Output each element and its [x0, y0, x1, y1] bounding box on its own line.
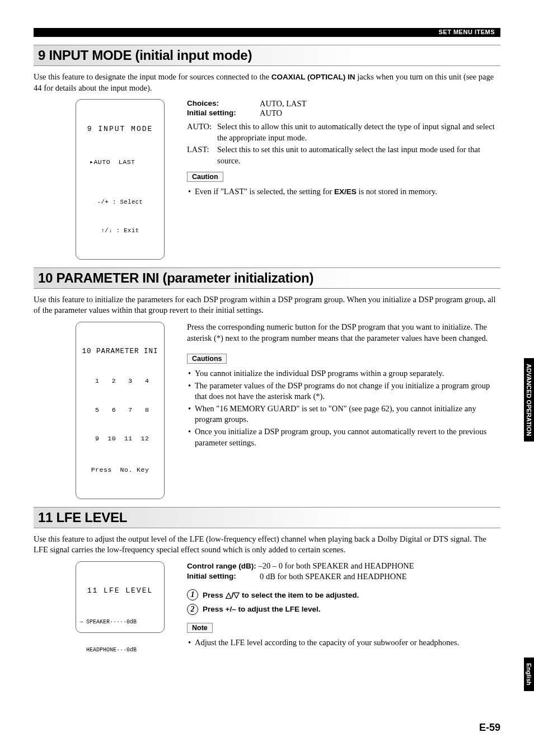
section-10-right: Press the corresponding numeric button f…: [187, 322, 500, 449]
initial-label: Initial setting:: [187, 572, 260, 581]
section-11-intro: Use this feature to adjust the output le…: [34, 534, 500, 556]
kv-row: Initial setting: AUTO: [187, 109, 500, 118]
section-9-intro: Use this feature to designate the input …: [34, 72, 500, 93]
lcd-10: 10 PARAMETER INI 1 2 3 4 5 6 7 8 9 10 11…: [76, 322, 165, 499]
note-bullets: •Adjust the LFE level according to the c…: [188, 637, 500, 649]
lcd-line: 9 10 11 12: [79, 434, 161, 443]
bullet-text: Even if "LAST" is selected, the setting …: [195, 186, 500, 198]
lcd-line: -/+ : Select: [79, 198, 161, 207]
step-1: 1 Press △/▽ to select the item to be adj…: [187, 589, 500, 600]
range-value: –20 – 0 for both SPEAKER and HEADPHONE: [256, 561, 414, 570]
page-num-value: 59: [489, 722, 500, 733]
bullet-row: •Adjust the LFE level according to the c…: [188, 637, 500, 649]
lcd-line: Press No. Key: [79, 463, 161, 475]
step-number-icon: 1: [187, 589, 198, 600]
lcd-line: → SPEAKER·····0dB: [79, 618, 161, 626]
initial-label: Initial setting:: [187, 109, 260, 118]
lcd-line: 11 LFE LEVEL: [79, 585, 161, 599]
bullet-dot: •: [188, 637, 195, 649]
bullet-row: •You cannot initialize the individual DS…: [188, 368, 500, 379]
initial-value: 0 dB for both SPEAKER and HEADPHONE: [260, 572, 407, 581]
section-10-body: 10 PARAMETER INI 1 2 3 4 5 6 7 8 9 10 11…: [34, 322, 500, 499]
header-section-label: SET MENU ITEMS: [438, 29, 495, 35]
section-11-body: 11 LFE LEVEL → SPEAKER·····0dB HEADPHONE…: [34, 561, 500, 650]
step-text: Press △/▽ to select the item to be adjus…: [203, 590, 359, 599]
kv-row: Choices: AUTO, LAST: [187, 99, 500, 109]
option-row: AUTO: Select this to allow this unit to …: [187, 121, 500, 143]
bullet-row: • Even if "LAST" is selected, the settin…: [188, 186, 500, 198]
bullet-text: The parameter values of the DSP programs…: [195, 381, 500, 402]
exes-bold: EX/ES: [334, 187, 357, 196]
text: is not stored in memory.: [357, 187, 437, 196]
option-list: AUTO: Select this to allow this unit to …: [187, 121, 500, 166]
step-2: 2 Press +/– to adjust the LFE level.: [187, 604, 500, 615]
lcd-line: 9 INPUT MODE: [79, 124, 161, 138]
bullet-dot: •: [188, 426, 195, 448]
section-11-right: Control range (dB): –20 – 0 for both SPE…: [187, 561, 500, 650]
bullet-dot: •: [188, 403, 195, 425]
section-10-title: 10 PARAMETER INI (parameter initializati…: [34, 267, 500, 289]
initial-value: AUTO: [260, 109, 282, 118]
header-bar: SET MENU ITEMS: [34, 28, 500, 37]
section-10-intro: Use this feature to initialize the param…: [34, 294, 500, 316]
side-tab-english: English: [524, 658, 534, 691]
step-text: Press +/– to adjust the LFE level.: [203, 605, 320, 613]
side-tab-advanced: ADVANCED OPERATION: [524, 358, 534, 442]
choices-label: Choices:: [187, 99, 260, 109]
option-text: Select this to set this unit to automati…: [217, 144, 500, 166]
page-prefix: E-: [479, 722, 489, 733]
lcd-11: 11 LFE LEVEL → SPEAKER·····0dB HEADPHONE…: [76, 561, 165, 633]
section-9-right: Choices: AUTO, LAST Initial setting: AUT…: [187, 99, 500, 199]
section-9-body: 9 INPUT MODE ▸AUTO LAST -/+ : Select ↑/↓…: [34, 99, 500, 260]
cautions-box: Cautions: [187, 354, 227, 364]
lcd-line: HEADPHONE···0dB: [79, 646, 161, 654]
section-11-title: 11 LFE LEVEL: [34, 507, 500, 528]
bullet-dot: •: [188, 368, 195, 379]
note-box: Note: [187, 623, 213, 633]
choices-value: AUTO, LAST: [260, 99, 307, 109]
bullet-dot: •: [188, 186, 195, 198]
text: Use this feature to designate the input …: [34, 72, 271, 81]
lcd-line: 1 2 3 4: [79, 376, 161, 386]
range-label: Control range (dB):: [187, 562, 256, 570]
bullet-text: Once you initialize a DSP program group,…: [195, 426, 500, 448]
option-key: AUTO:: [187, 121, 217, 143]
bullet-text: When "16 MEMORY GUARD" is set to "ON" (s…: [195, 403, 500, 425]
text: Even if "LAST" is selected, the setting …: [195, 187, 334, 196]
option-row: LAST: Select this to set this unit to au…: [187, 144, 500, 166]
lcd-line: ▸AUTO LAST: [79, 157, 161, 179]
page: SET MENU ITEMS 9 INPUT MODE (initial inp…: [0, 0, 534, 672]
option-key: LAST:: [187, 144, 217, 166]
cautions-bullets: •You cannot initialize the individual DS…: [188, 368, 500, 448]
bullet-text: Adjust the LFE level according to the ca…: [195, 637, 500, 649]
bullet-dot: •: [188, 381, 195, 402]
lcd-9: 9 INPUT MODE ▸AUTO LAST -/+ : Select ↑/↓…: [76, 99, 165, 260]
coaxial-bold: COAXIAL (OPTICAL) IN: [271, 73, 355, 81]
lcd-line: 5 6 7 8: [79, 405, 161, 415]
caution-box: Caution: [187, 172, 223, 182]
section-10-para: Press the corresponding numeric button f…: [187, 322, 500, 344]
bullet-row: •When "16 MEMORY GUARD" is set to "ON" (…: [188, 403, 500, 425]
page-number: E-59: [479, 722, 500, 734]
step-number-icon: 2: [187, 604, 198, 615]
option-text: Select this to allow this unit to automa…: [217, 121, 500, 143]
section-9-title: 9 INPUT MODE (initial input mode): [34, 45, 500, 66]
caution-bullets: • Even if "LAST" is selected, the settin…: [188, 186, 500, 198]
lcd-line: 10 PARAMETER INI: [79, 346, 161, 357]
bullet-row: •Once you initialize a DSP program group…: [188, 426, 500, 448]
bullet-text: You cannot initialize the individual DSP…: [195, 368, 500, 379]
kv-row: Initial setting: 0 dB for both SPEAKER a…: [187, 572, 500, 581]
bullet-row: •The parameter values of the DSP program…: [188, 381, 500, 402]
lcd-line: ↑/↓ : Exit: [79, 227, 161, 236]
